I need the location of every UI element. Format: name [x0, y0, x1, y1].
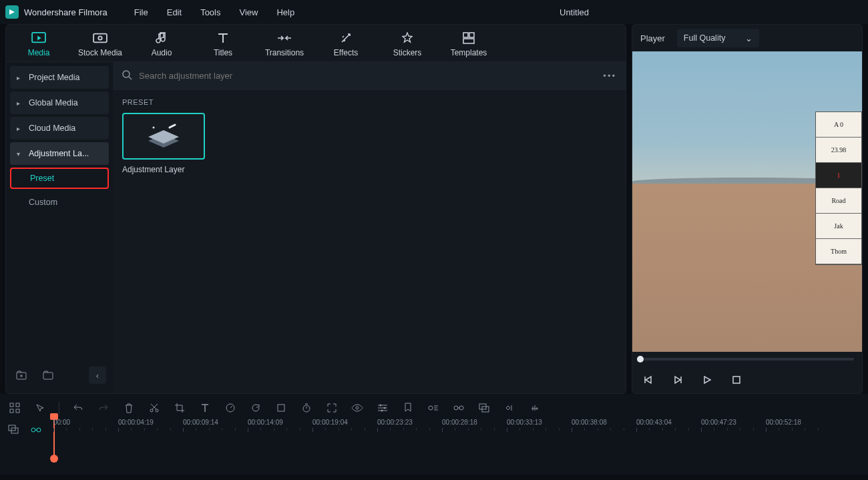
text-button[interactable]: [198, 401, 212, 415]
folder-button[interactable]: [39, 367, 57, 384]
asset-thumbnail[interactable]: [122, 113, 205, 160]
svg-point-20: [356, 407, 359, 409]
sidebar-item-adjustment-layer[interactable]: ▾Adjustment La...: [10, 142, 109, 165]
svg-point-22: [384, 407, 386, 409]
speed-button[interactable]: [224, 401, 237, 415]
play-button[interactable]: [700, 373, 714, 387]
menu-view[interactable]: View: [239, 7, 258, 17]
sidebar-item-project-media[interactable]: ▸Project Media: [10, 66, 109, 89]
chevron-right-icon: ▸: [17, 125, 23, 132]
sidebar-item-global-media[interactable]: ▸Global Media: [10, 91, 109, 114]
svg-rect-3: [463, 33, 468, 37]
tab-media[interactable]: Media: [14, 31, 63, 61]
marker-button[interactable]: [401, 401, 415, 415]
menu-edit[interactable]: Edit: [167, 7, 182, 17]
audio-button[interactable]: [528, 401, 541, 415]
asset-label: Adjustment Layer: [122, 165, 205, 174]
chevron-down-icon: ▾: [17, 150, 23, 158]
chevron-right-icon: ▸: [17, 99, 23, 107]
tab-stock-media[interactable]: Stock Media: [75, 31, 125, 61]
tab-label: Titles: [214, 48, 232, 57]
svg-rect-18: [278, 405, 284, 411]
svg-point-21: [380, 405, 382, 407]
menu-tools[interactable]: Tools: [200, 7, 220, 17]
delete-button[interactable]: [122, 401, 136, 415]
cut-button[interactable]: [148, 401, 161, 415]
preview-canvas[interactable]: A 0 23.98 1 Road Jak Thom: [632, 51, 862, 352]
section-title: PRESET: [122, 98, 616, 106]
redo-button[interactable]: [97, 401, 110, 415]
seek-bar[interactable]: [632, 352, 862, 367]
clapperboard: A 0 23.98 1 Road Jak Thom: [815, 111, 862, 265]
motion-button[interactable]: [427, 401, 440, 415]
more-button[interactable]: •••: [603, 71, 616, 81]
tab-label: Audio: [152, 48, 172, 57]
sidebar-item-label: Adjustment La...: [29, 149, 89, 158]
timeline-ruler[interactable]: 00:0000:00:04:1900:00:09:1400:00:14:0900…: [53, 419, 860, 441]
stop-button[interactable]: [730, 373, 743, 387]
adjust-button[interactable]: [376, 401, 389, 415]
svg-rect-5: [463, 39, 474, 43]
ruler-tick: 00:00:14:09: [248, 419, 283, 426]
tab-audio[interactable]: Audio: [137, 31, 186, 61]
new-folder-button[interactable]: [13, 367, 30, 384]
chevron-right-icon: ▸: [17, 74, 23, 81]
sidebar-item-cloud-media[interactable]: ▸Cloud Media: [10, 117, 109, 140]
crop-zoom-button[interactable]: [274, 401, 288, 415]
sidebar-item-label: Project Media: [29, 73, 79, 82]
transitions-icon: [277, 31, 292, 45]
app-name: Wondershare Filmora: [24, 7, 107, 17]
sidebar-item-label: Global Media: [29, 98, 78, 107]
menu: File Edit Tools View Help: [134, 7, 294, 17]
visibility-button[interactable]: [351, 401, 364, 415]
effects-icon: [340, 31, 352, 45]
templates-icon: [463, 31, 475, 45]
tab-effects[interactable]: Effects: [321, 31, 371, 61]
library-content: ••• PRESET Adjustment Lay: [113, 62, 626, 393]
ruler-tick: 00:00:23:23: [377, 419, 413, 426]
search-input[interactable]: [139, 71, 603, 81]
tab-label: Templates: [451, 48, 487, 57]
link-button[interactable]: [452, 401, 465, 415]
prev-frame-button[interactable]: [642, 373, 655, 387]
menu-file[interactable]: File: [134, 7, 148, 17]
track-options-button[interactable]: [8, 425, 19, 436]
tab-stickers[interactable]: Stickers: [383, 31, 432, 61]
ruler-tick: 00:00:04:19: [118, 419, 154, 426]
undo-button[interactable]: [71, 401, 85, 415]
tab-label: Media: [28, 48, 50, 57]
search-icon: [122, 70, 132, 82]
tab-label: Stickers: [393, 48, 422, 57]
svg-rect-11: [10, 403, 13, 407]
tab-titles[interactable]: Titles: [198, 31, 248, 61]
player-label: Player: [640, 33, 665, 43]
grid-icon[interactable]: [8, 401, 21, 415]
menu-help[interactable]: Help: [276, 7, 294, 17]
titles-icon: [217, 31, 229, 45]
group-button[interactable]: [477, 401, 491, 415]
collapse-sidebar-button[interactable]: ‹: [89, 367, 106, 384]
sidebar-sub-preset[interactable]: Preset: [10, 168, 109, 189]
link-tracks-button[interactable]: [31, 425, 41, 435]
menubar: Wondershare Filmora File Edit Tools View…: [0, 0, 868, 24]
select-tool-button[interactable]: [33, 401, 47, 415]
seek-thumb[interactable]: [637, 356, 644, 363]
sidebar-sub-custom[interactable]: Custom: [10, 192, 109, 213]
rotate-button[interactable]: [249, 401, 262, 415]
asset-adjustment-layer[interactable]: Adjustment Layer: [122, 113, 205, 174]
tab-label: Effects: [334, 48, 358, 57]
expand-button[interactable]: [325, 401, 339, 415]
crop-button[interactable]: [173, 401, 186, 415]
play-pause-button[interactable]: [671, 373, 684, 387]
tab-label: Stock Media: [78, 48, 122, 57]
keyframe-button[interactable]: [503, 401, 516, 415]
ruler-tick: 00:00:38:08: [572, 419, 607, 426]
ruler-tick: 00:00: [53, 419, 70, 426]
tab-transitions[interactable]: Transitions: [260, 31, 309, 61]
library-tabs: Media Stock Media Audio Titles Transitio…: [6, 25, 626, 62]
timer-button[interactable]: [300, 401, 313, 415]
quality-dropdown[interactable]: Full Quality ⌄: [677, 29, 760, 47]
tab-templates[interactable]: Templates: [444, 31, 493, 61]
ruler-tick: 00:00:43:04: [636, 419, 672, 426]
ruler-tick: 00:00:33:13: [507, 419, 542, 426]
